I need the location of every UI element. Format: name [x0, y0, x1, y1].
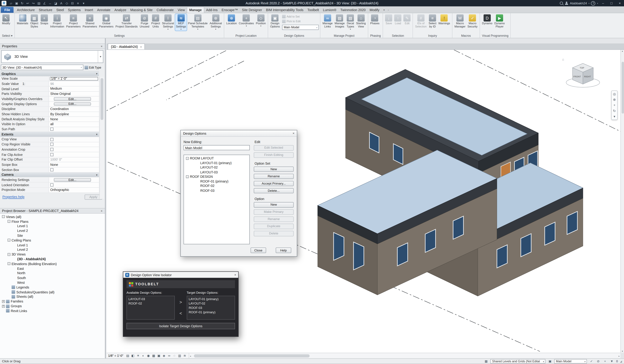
tab-bim-interoperability-tools[interactable]: BIM Interoperability Tools	[264, 7, 306, 13]
property-value[interactable]: None	[50, 163, 58, 166]
ribbon-pin-icon[interactable]: ▫	[388, 9, 389, 11]
close-properties-icon[interactable]: ×	[100, 45, 103, 48]
browser-tree-item[interactable]: South	[0, 275, 105, 280]
zoom-icon[interactable]: ⊕	[613, 98, 616, 102]
property-value[interactable]: Coordination	[50, 107, 69, 111]
visual-style-icon[interactable]: ◧	[130, 353, 135, 358]
transfer-project-standards-button[interactable]: ⇄TransferProject Standards	[115, 14, 138, 29]
tab-steel[interactable]: Steel	[54, 7, 66, 13]
shadows-icon[interactable]: ◐	[141, 353, 146, 358]
active-workset-select[interactable]: Shared Levels and Grids (Not Edital ▾	[491, 359, 546, 364]
vertical-scrollbar[interactable]: ▲ ▼	[621, 50, 624, 353]
browser-tree-item[interactable]: Groups	[0, 304, 105, 309]
browser-tree-item[interactable]: Level 2	[0, 247, 105, 252]
property-value[interactable]: Medium	[50, 87, 62, 91]
save-selection-button[interactable]: ↓Save	[385, 14, 393, 26]
tab-insert[interactable]: Insert	[83, 7, 95, 13]
dialog-close-icon[interactable]: ×	[292, 132, 294, 135]
warnings-button[interactable]: !Warnings	[438, 14, 451, 26]
move-left-button[interactable]: <	[180, 311, 182, 316]
design-option-list-item[interactable]: ROOF-02	[127, 301, 174, 306]
browser-tree-item[interactable]: Site	[0, 233, 105, 238]
group-collapse-icon[interactable]: ▾	[96, 133, 97, 137]
expand-collapse-icon[interactable]	[8, 262, 10, 265]
property-value[interactable]: 96	[50, 82, 54, 86]
expand-collapse-icon[interactable]	[2, 305, 5, 308]
crop-view-icon[interactable]: ▦	[151, 353, 156, 358]
group-label-visual-programming[interactable]: Visual Programming	[480, 34, 511, 38]
checkbox[interactable]	[50, 138, 53, 141]
design-option-list-item[interactable]: LAYOUT-03	[127, 297, 174, 301]
edit-button[interactable]: Edit...	[54, 102, 91, 106]
qat-customize-icon[interactable]: ▾	[81, 1, 86, 6]
checkbox[interactable]	[50, 183, 53, 186]
shared-parameters-button[interactable]: ≡SharedParameters	[82, 14, 98, 29]
group-label-project-location[interactable]: Project Location	[224, 34, 268, 38]
active-design-option-status-select[interactable]: Main Model ▾	[554, 359, 587, 364]
tab-view[interactable]: View	[176, 7, 187, 13]
view-cube[interactable]: ⌂ TOP FRONT RIGHT	[564, 57, 604, 91]
browser-tree-item[interactable]: {3D - Atabbakh24}	[0, 257, 105, 262]
project-units-button[interactable]: #ProjectUnits	[151, 14, 161, 29]
open-icon[interactable]: ▱	[8, 1, 14, 6]
dynamo-button[interactable]: DDynamo	[481, 14, 493, 26]
design-option-list-item[interactable]: ROOF-03	[187, 306, 235, 310]
tab-lumion[interactable]: Lumion®	[321, 7, 338, 13]
user-menu-chevron-icon[interactable]: ▾	[588, 2, 589, 4]
text-icon[interactable]: A	[59, 1, 64, 6]
edit-selected-button[interactable]: Edit Selected	[254, 145, 294, 151]
browser-tree-item[interactable]: Schedules/Quantities (all)	[0, 290, 105, 295]
materials-button[interactable]: Materials	[16, 14, 29, 26]
checkbox[interactable]	[50, 143, 53, 146]
signed-in-user[interactable]: Atabbakh24	[570, 1, 587, 5]
accept-primary-button[interactable]: Accept Primary...	[254, 181, 294, 186]
browser-tree-item[interactable]: Revit Links	[0, 308, 105, 313]
group-collapse-icon[interactable]: ▾	[96, 72, 97, 76]
checkbox[interactable]	[50, 148, 53, 151]
lock-3d-view-icon[interactable]: ◈	[162, 353, 166, 358]
group-label-settings[interactable]: Settings	[15, 34, 224, 38]
option-delete-button[interactable]: Delete	[254, 231, 294, 236]
design-option-tree-item[interactable]: ROOF DESIGN	[184, 175, 249, 179]
design-option-tree-item[interactable]: ROOF-01 (primary)	[184, 179, 249, 184]
temporary-view-properties-icon[interactable]: ▥	[177, 353, 182, 358]
close-project-browser-icon[interactable]: ×	[100, 209, 103, 212]
crop-region-icon[interactable]: ▣	[156, 353, 161, 358]
expand-collapse-icon[interactable]	[8, 220, 10, 223]
pick-to-edit-button[interactable]: Pick to Edit	[282, 19, 319, 23]
group-label-macros[interactable]: Macros	[452, 34, 480, 38]
file-menu-button[interactable]: File	[1, 7, 14, 13]
finish-editing-button[interactable]: Finish Editing	[254, 152, 294, 158]
view-tab[interactable]: {3D - Atabbakh24} ×	[108, 44, 145, 49]
tab-enscape[interactable]: Enscape™	[220, 7, 240, 13]
edit-button[interactable]: Edit...	[54, 178, 91, 182]
scroll-right-icon[interactable]: ▸	[619, 355, 620, 357]
editable-only-icon[interactable]: ✓	[589, 359, 594, 364]
design-options-button[interactable]: ▣DesignOptions	[269, 14, 281, 29]
browser-tree-item[interactable]: West	[0, 280, 105, 285]
tab-annotate[interactable]: Annotate	[95, 7, 112, 13]
move-right-button[interactable]: >	[180, 300, 182, 304]
property-value[interactable]: None	[50, 117, 58, 121]
property-value[interactable]: all	[50, 122, 53, 126]
expand-collapse-icon[interactable]	[2, 300, 5, 303]
now-editing-field[interactable]: Main Model	[183, 145, 250, 150]
property-value[interactable]: 1/8" = 1'-0"	[50, 77, 98, 81]
active-design-option-select[interactable]: Main Model▾	[282, 25, 319, 30]
group-label-selection[interactable]: Selection	[383, 34, 413, 38]
snaps-button[interactable]: +Snaps	[39, 14, 49, 26]
ids-of-selection-button[interactable]: #IDs ofSelection	[414, 14, 427, 29]
orbit-icon[interactable]: ↻	[613, 109, 616, 113]
section-icon[interactable]: ⊟	[70, 1, 75, 6]
properties-help-link[interactable]: Properties help	[2, 195, 24, 199]
displacement-sets-icon[interactable]: ≋	[182, 353, 187, 358]
isolate-target-design-options-button[interactable]: Isolate Target Design Options	[127, 323, 235, 329]
expand-collapse-icon[interactable]	[186, 157, 189, 160]
edit-type-button[interactable]: Edit Type	[84, 65, 104, 70]
browser-tree-item[interactable]: Families	[0, 299, 105, 304]
properties-scrollbar[interactable]	[99, 77, 104, 199]
minimize-button[interactable]: –	[600, 0, 606, 6]
sun-path-icon[interactable]: ☀	[136, 353, 140, 358]
horizontal-scrollbar[interactable]: ◂ ▸	[189, 353, 621, 358]
default-3d-view-icon[interactable]: ◇	[64, 1, 70, 6]
